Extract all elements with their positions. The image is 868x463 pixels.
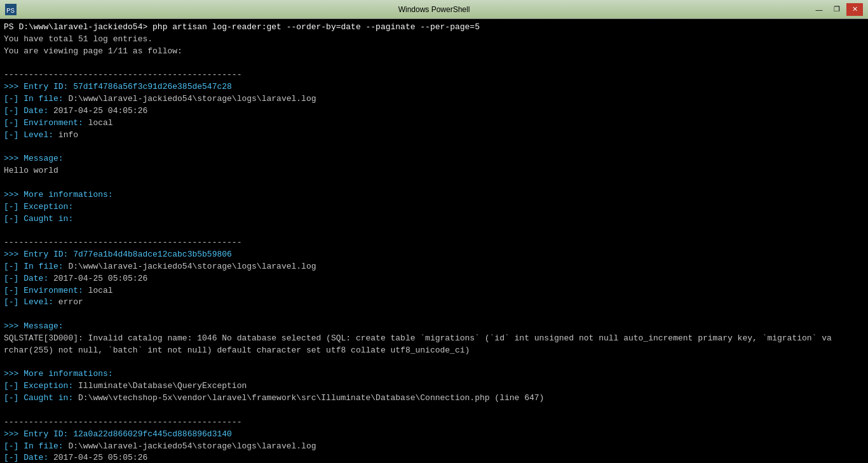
prompt-line: PS D:\www\laravel-jackiedo54> — [4, 22, 147, 32]
entry2-caught-label: [-] Caught in: — [4, 393, 78, 403]
entry1-file-line: [-] In file: D:\www\laravel-jackiedo54\s… — [4, 94, 316, 104]
entry1-id-line: >>> Entry ID: 57d1f4786a56f3c91d26e385de… — [4, 82, 232, 91]
entry2-env-line: [-] Environment: local — [4, 286, 113, 295]
entry2-file-value: D:\www\laravel-jackiedo54\storage\logs\l… — [68, 262, 316, 271]
entry1-date-value: 2017-04-25 04:05:26 — [53, 106, 147, 116]
entry2-date-label: [-] Date: — [4, 274, 53, 283]
entry3-id-line: >>> Entry ID: 12a0a22d866029fc445cd88689… — [4, 429, 232, 439]
titlebar: PS Windows PowerShell — ❐ ✕ — [0, 0, 868, 19]
entry2-msg-body1: SQLSTATE[3D000]: Invalid catalog name: 1… — [4, 333, 832, 343]
entry1-level-line: [-] Level: info — [4, 130, 78, 140]
entry2-env-value: local — [88, 286, 113, 295]
entry2-date-line: [-] Date: 2017-04-25 05:05:26 — [4, 274, 147, 283]
entry1-date-label: [-] Date: — [4, 106, 53, 116]
entry1-level-value: info — [58, 130, 78, 140]
viewing-page-line: You are viewing page 1/11 as follow: — [4, 46, 182, 56]
entry2-more-header: >>> More informations: — [4, 369, 113, 379]
entry3-file-value: D:\www\laravel-jackiedo54\storage\logs\l… — [68, 441, 316, 451]
entry2-msg-body2: rchar(255) not null, `batch` int not nul… — [4, 346, 470, 355]
entry2-caught-value: D:\www\vtechshop-5x\vendor\laravel\frame… — [78, 393, 544, 403]
separator-3: ----------------------------------------… — [4, 417, 241, 427]
entry2-date-value: 2017-04-25 05:05:26 — [53, 274, 147, 283]
titlebar-title: Windows PowerShell — [0, 5, 868, 14]
titlebar-controls: — ❐ ✕ — [811, 3, 863, 16]
entry1-id-value: 57d1f4786a56f3c91d26e385de547c28 — [73, 82, 232, 91]
entry3-date-label: [-] Date: — [4, 453, 53, 462]
maximize-button[interactable]: ❐ — [829, 3, 845, 16]
entry2-id-line: >>> Entry ID: 7d77ea1b4d4b8adce12cabc3b5… — [4, 250, 232, 259]
entry3-date-line: [-] Date: 2017-04-25 05:05:26 — [4, 453, 147, 462]
entry2-msg-header: >>> Message: — [4, 321, 64, 331]
command-line: php artisan log-reader:get --order-by=da… — [147, 22, 480, 32]
entry3-id-label: >>> Entry ID: — [4, 429, 73, 439]
entry1-date-line: [-] Date: 2017-04-25 04:05:26 — [4, 106, 147, 116]
total-entries-line: You have total 51 log entries. — [4, 34, 153, 44]
entry2-id-value: 7d77ea1b4d4b8adce12cabc3b5b59806 — [73, 250, 232, 259]
entry2-id-label: >>> Entry ID: — [4, 250, 73, 259]
entry1-env-label: [-] Environment: — [4, 118, 88, 128]
powershell-icon: PS — [5, 4, 17, 15]
entry3-file-line: [-] In file: D:\www\laravel-jackiedo54\s… — [4, 441, 316, 451]
entry3-id-value: 12a0a22d866029fc445cd886896d3140 — [73, 429, 232, 439]
entry1-msg-body: Hello world — [4, 166, 58, 175]
entry1-env-value: local — [88, 118, 113, 128]
terminal-output: PS D:\www\laravel-jackiedo54> php artisa… — [0, 19, 868, 463]
entry2-level-line: [-] Level: error — [4, 297, 83, 307]
entry2-exc-label: [-] Exception: — [4, 381, 78, 391]
separator-2: ----------------------------------------… — [4, 238, 241, 247]
entry1-caught-label: [-] Caught in: — [4, 214, 73, 224]
entry1-more-header: >>> More informations: — [4, 190, 113, 199]
entry2-caught-line: [-] Caught in: D:\www\vtechshop-5x\vendo… — [4, 393, 544, 403]
entry2-file-line: [-] In file: D:\www\laravel-jackiedo54\s… — [4, 262, 316, 271]
entry1-file-label: [-] In file: — [4, 94, 68, 104]
entry2-exc-line: [-] Exception: Illuminate\Database\Query… — [4, 381, 247, 391]
separator-1: ----------------------------------------… — [4, 70, 241, 79]
entry2-level-label: [-] Level: — [4, 297, 58, 307]
entry1-file-value: D:\www\laravel-jackiedo54\storage\logs\l… — [68, 94, 316, 104]
entry2-file-label: [-] In file: — [4, 262, 68, 271]
entry2-exc-value: Illuminate\Database\QueryException — [78, 381, 247, 391]
entry1-id-label: >>> Entry ID: — [4, 82, 73, 91]
titlebar-left: PS — [5, 4, 17, 15]
entry1-exc-label: [-] Exception: — [4, 202, 73, 211]
entry1-level-label: [-] Level: — [4, 130, 58, 140]
close-button[interactable]: ✕ — [846, 3, 863, 16]
entry3-file-label: [-] In file: — [4, 441, 68, 451]
entry3-date-value: 2017-04-25 05:05:26 — [53, 453, 147, 462]
entry2-level-value: error — [58, 297, 83, 307]
svg-text:PS: PS — [6, 7, 15, 15]
entry1-msg-header: >>> Message: — [4, 154, 64, 163]
entry1-env-line: [-] Environment: local — [4, 118, 113, 128]
minimize-button[interactable]: — — [811, 3, 827, 16]
entry2-env-label: [-] Environment: — [4, 286, 88, 295]
